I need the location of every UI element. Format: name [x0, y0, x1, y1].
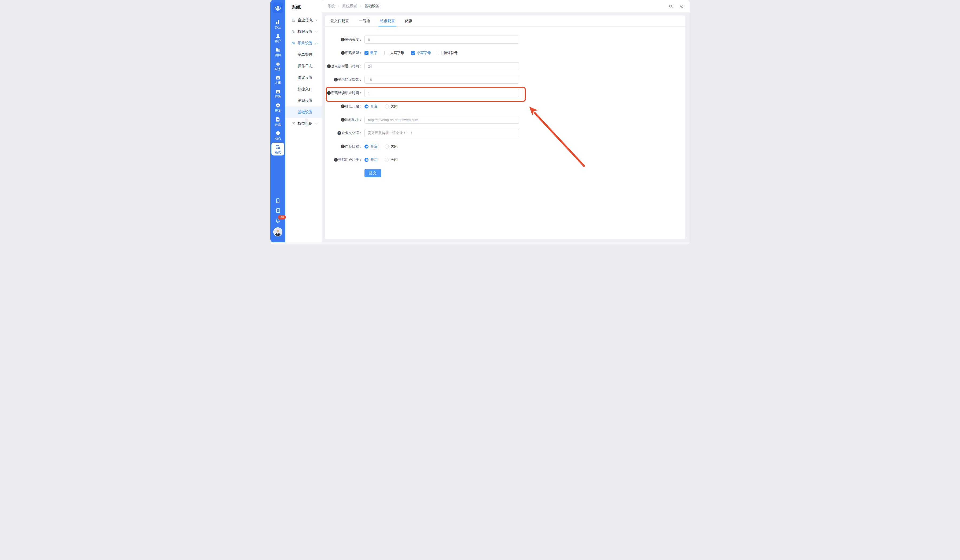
checkbox-icon [411, 51, 415, 55]
chevron-up-icon [315, 41, 318, 45]
info-icon: ! [334, 158, 338, 162]
module-title: 系统 [285, 0, 322, 14]
tab-4[interactable]: 储存 [404, 16, 413, 26]
checkbox-option[interactable]: 特殊符号 [438, 51, 458, 55]
primary-nav-item[interactable]: 云盘 [270, 114, 285, 128]
secondary-nav-subitem[interactable]: 菜单管理 [285, 49, 322, 61]
chevron-down-icon [315, 30, 318, 33]
radio-option[interactable]: 开启 [365, 157, 377, 162]
topbar: 系统系统设置基础设置 [322, 0, 690, 12]
info-icon: ! [341, 145, 345, 148]
radio-option[interactable]: 开启 [365, 104, 377, 109]
field-label: !登录超时退出时间： [325, 64, 362, 69]
checkbox-option[interactable]: 小写字母 [411, 51, 431, 55]
form-row: !登录超时退出时间： [325, 62, 685, 70]
checkbox-label: 特殊符号 [444, 51, 458, 55]
secondary-nav-subitem[interactable]: 操作日志 [285, 61, 322, 72]
secondary-nav-label: 企业信息 [298, 18, 313, 23]
checkbox-icon [365, 51, 368, 55]
bell-icon[interactable]: 99+ [275, 217, 281, 223]
sidebar-collapse-handle[interactable] [305, 118, 308, 127]
primary-nav-item[interactable]: 人事 [270, 73, 285, 86]
app-logo[interactable]: A [272, 2, 283, 13]
primary-nav-item[interactable]: 办公 [270, 17, 285, 31]
system-settings-icon [291, 41, 296, 45]
field-control: 数字大写字母小写字母特殊符号 [365, 51, 464, 55]
breadcrumb: 系统系统设置基础设置 [322, 4, 379, 8]
secondary-nav-item[interactable]: 权益数据 [285, 118, 322, 129]
radio-icon [365, 145, 368, 148]
system-icon [275, 144, 281, 150]
user-avatar[interactable] [273, 227, 282, 236]
submit-button[interactable]: 提交 [365, 169, 381, 177]
tab-3[interactable]: 站点配置 [379, 16, 395, 26]
tab-2[interactable]: 一号通 [358, 16, 371, 26]
text-input[interactable] [365, 76, 519, 84]
checkbox-option[interactable]: 数字 [365, 51, 377, 55]
primary-nav-label: 动态 [275, 137, 281, 140]
tab-1[interactable]: 云文件配置 [330, 16, 349, 26]
breadcrumb-item[interactable]: 系统 [328, 4, 335, 8]
text-input[interactable] [365, 116, 519, 124]
form-row: !密码长度： [325, 35, 685, 43]
main-area: 系统系统设置基础设置 云文件配置一号通站点配置储存 !密码长度：!密码类型：数字… [322, 0, 690, 244]
radio-icon [385, 104, 389, 108]
field-control [365, 116, 519, 124]
secondary-nav-subitem[interactable]: 消息设置 [285, 95, 322, 106]
secondary-nav-subitem[interactable]: 基础设置 [285, 106, 322, 118]
field-label-text: 登录超时退出时间： [331, 64, 362, 69]
field-label-text: 密码错误锁定时间： [331, 91, 362, 96]
company-info-icon [291, 18, 296, 22]
field-label-text: 登录错误次数： [338, 77, 362, 82]
clouddisk-icon [275, 116, 281, 122]
primary-nav-item[interactable]: 客户 [270, 31, 285, 45]
breadcrumb-item[interactable]: 基础设置 [365, 4, 379, 8]
breadcrumb-item[interactable]: 系统设置 [342, 4, 357, 8]
primary-nav-label: 财务 [275, 67, 281, 70]
secondary-nav-item[interactable]: 企业信息 [285, 14, 322, 26]
primary-nav-item[interactable]: ¥财务 [270, 59, 285, 73]
radio-option[interactable]: 开启 [365, 144, 377, 149]
primary-nav: 办公客户项目¥财务人事行政开发云盘动态系统 [270, 17, 285, 156]
app-window: A 办公客户项目¥财务人事行政开发云盘动态系统 99+ [270, 0, 690, 244]
text-input[interactable] [365, 129, 519, 137]
primary-nav-item[interactable]: 行政 [270, 86, 285, 101]
field-label: !密码长度： [325, 37, 362, 42]
radio-option[interactable]: 关闭 [385, 144, 398, 149]
form-row: !密码类型：数字大写字母小写字母特殊符号 [325, 49, 685, 57]
secondary-nav-subitem[interactable]: 协议设置 [285, 72, 322, 83]
field-label-text: 网站地址： [345, 117, 362, 122]
notebook-icon[interactable] [275, 207, 281, 214]
secondary-nav-item[interactable]: 权限设置 [285, 26, 322, 37]
field-label-text: 站点开启： [345, 104, 362, 109]
secondary-sidebar: 系统 企业信息权限设置系统设置菜单管理操作日志协议设置快捷入口消息设置基础设置权… [285, 0, 322, 243]
field-label: !密码错误锁定时间： [325, 91, 362, 96]
secondary-nav-item[interactable]: 系统设置 [285, 37, 322, 49]
checkbox-icon [438, 51, 442, 55]
primary-nav-item[interactable]: 系统 [271, 143, 284, 155]
radio-label: 关闭 [391, 157, 398, 162]
form-row: !密码错误锁定时间： [325, 89, 685, 97]
primary-nav-label: 行政 [275, 95, 281, 98]
checkbox-option[interactable]: 大写字母 [384, 51, 404, 55]
field-label: !登录错误次数： [325, 77, 362, 82]
radio-option[interactable]: 关闭 [385, 157, 398, 162]
info-icon: ! [341, 51, 345, 55]
tab-bar: 云文件配置一号通站点配置储存 [325, 16, 685, 27]
primary-nav-item[interactable]: 开发 [270, 101, 285, 114]
text-input[interactable] [365, 89, 519, 97]
mobile-app-icon[interactable] [275, 198, 281, 204]
radio-option[interactable]: 关闭 [385, 104, 398, 109]
secondary-nav-subitem[interactable]: 快捷入口 [285, 83, 322, 95]
project-icon [275, 47, 281, 53]
text-input[interactable] [365, 62, 519, 70]
collapse-panel-icon[interactable] [679, 4, 684, 9]
primary-nav-item[interactable]: 项目 [270, 45, 285, 59]
primary-nav-item[interactable]: 动态 [270, 128, 285, 142]
search-icon[interactable] [668, 4, 674, 9]
text-input[interactable] [365, 35, 519, 43]
field-label-text: 同步日程： [345, 144, 362, 149]
checkbox-label: 小写字母 [417, 51, 431, 55]
field-control: 开启关闭 [365, 157, 405, 162]
info-icon: ! [341, 38, 345, 41]
